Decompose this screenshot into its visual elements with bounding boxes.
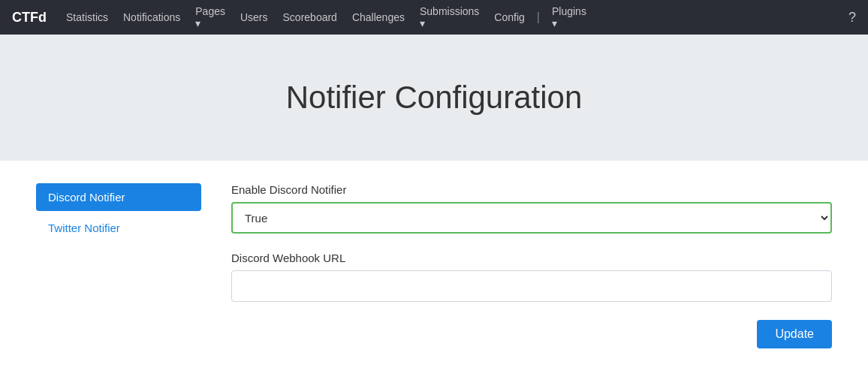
nav-item-challenges[interactable]: Challenges: [345, 11, 412, 23]
nav-list: Statistics Notifications Pages ▾ Users S…: [59, 5, 848, 29]
update-button[interactable]: Update: [757, 320, 832, 348]
sidebar: Discord Notifier Twitter Notifier: [36, 183, 201, 348]
brand-logo[interactable]: CTFd: [12, 10, 47, 26]
nav-item-statistics[interactable]: Statistics: [59, 11, 116, 23]
navbar-right: ?: [848, 10, 856, 26]
webhook-label: Discord Webhook URL: [231, 252, 832, 264]
page-title: Notifier Configuration: [15, 80, 853, 116]
chevron-down-icon: ▾: [544, 17, 594, 29]
nav-item-users[interactable]: Users: [233, 11, 276, 23]
webhook-group: Discord Webhook URL: [231, 252, 832, 302]
nav-item-scoreboard[interactable]: Scoreboard: [276, 11, 345, 23]
enable-group: Enable Discord Notifier True False: [231, 183, 832, 234]
enable-select[interactable]: True False: [231, 202, 832, 234]
nav-item-config[interactable]: Config: [487, 11, 532, 23]
sidebar-item-discord-notifier[interactable]: Discord Notifier: [36, 183, 201, 211]
enable-label: Enable Discord Notifier: [231, 183, 832, 196]
help-icon[interactable]: ?: [848, 10, 856, 26]
chevron-down-icon: ▾: [188, 17, 233, 29]
form-panel: Enable Discord Notifier True False Disco…: [231, 183, 832, 348]
navbar: CTFd Statistics Notifications Pages ▾ Us…: [0, 0, 868, 35]
nav-item-plugins[interactable]: Plugins ▾: [544, 5, 594, 29]
chevron-down-icon: ▾: [412, 17, 487, 29]
main-content: Discord Notifier Twitter Notifier Enable…: [21, 161, 847, 371]
hero-section: Notifier Configuration: [0, 35, 868, 161]
nav-item-pages[interactable]: Pages ▾: [188, 5, 233, 29]
sidebar-item-twitter-notifier[interactable]: Twitter Notifier: [36, 214, 201, 242]
nav-item-notifications[interactable]: Notifications: [116, 11, 188, 23]
webhook-input[interactable]: [231, 270, 832, 302]
nav-item-submissions[interactable]: Submissions ▾: [412, 5, 487, 29]
nav-divider: |: [532, 11, 544, 24]
